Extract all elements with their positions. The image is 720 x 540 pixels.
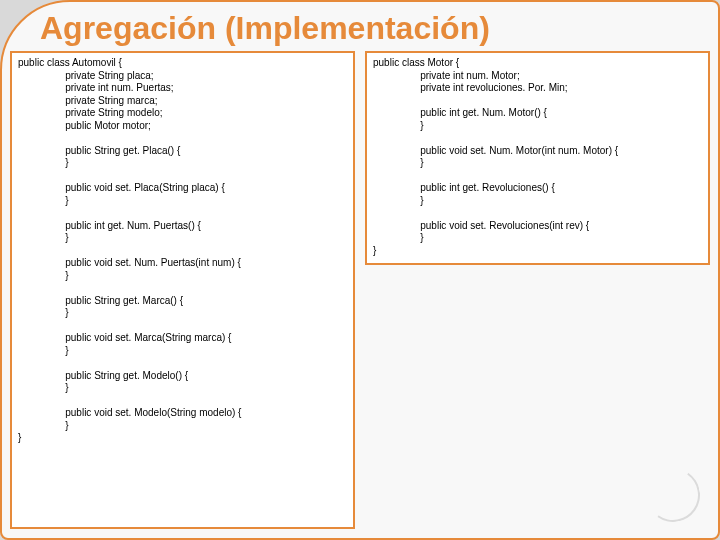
- slide-frame: Agregación (Implementación) public class…: [0, 0, 720, 540]
- code-columns: public class Automovil { private String …: [2, 51, 718, 529]
- code-automovil: public class Automovil { private String …: [18, 57, 347, 445]
- code-box-motor: public class Motor { private int num. Mo…: [365, 51, 710, 265]
- code-box-automovil: public class Automovil { private String …: [10, 51, 355, 529]
- code-motor: public class Motor { private int num. Mo…: [373, 57, 702, 257]
- slide-title: Agregación (Implementación): [2, 2, 718, 51]
